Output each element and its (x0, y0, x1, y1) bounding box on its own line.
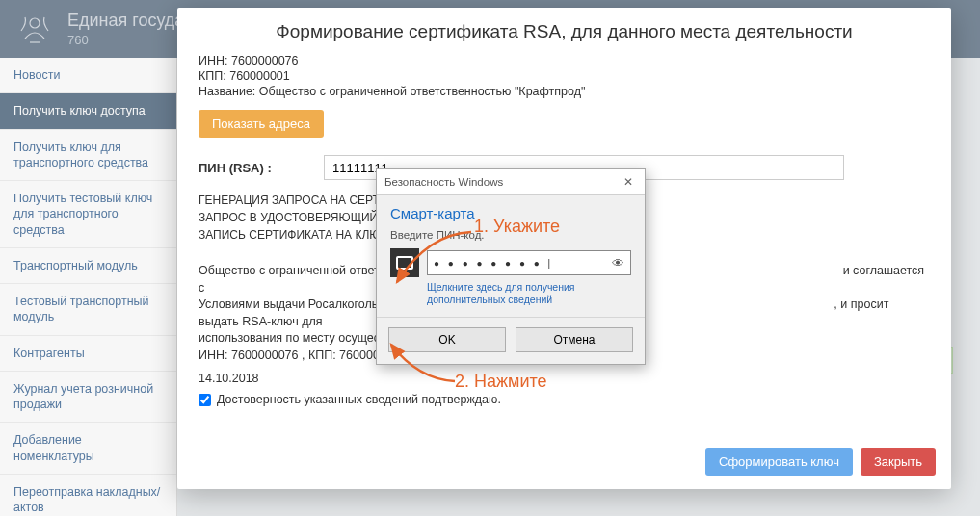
smartcard-icon (390, 248, 419, 277)
reveal-icon[interactable]: 👁 (612, 256, 624, 271)
make-key-button[interactable]: Сформировать ключ (705, 448, 853, 476)
windows-security-dialog: Безопасность Windows ✕ Смарт-карта Введи… (376, 168, 646, 365)
status-write: ЗАПИСЬ СЕРТИФИКАТА НА КЛЮЧ: (199, 228, 391, 242)
confirm-label: Достоверность указанных сведений подтвер… (217, 393, 501, 406)
pin-code-input[interactable]: ● ● ● ● ● ● ● ● | 👁 (427, 250, 631, 275)
close-button[interactable]: Закрыть (861, 448, 936, 476)
date-line: 14.10.2018 (199, 372, 930, 385)
inn-line: ИНН: 7600000076 (199, 54, 930, 67)
pin-label: ПИН (RSA) : (199, 161, 324, 175)
kpp-line: КПП: 760000001 (199, 69, 930, 83)
confirm-checkbox[interactable] (199, 394, 211, 406)
more-info-link[interactable]: Щелкните здесь для получения дополнитель… (427, 281, 581, 305)
win-heading: Смарт-карта (390, 205, 631, 221)
ok-button[interactable]: OK (388, 327, 506, 352)
win-sub: Введите ПИН-код. (390, 229, 631, 241)
cancel-button[interactable]: Отмена (516, 327, 633, 352)
close-icon[interactable]: ✕ (620, 173, 637, 191)
modal-title: Формирование сертификата RSA, для данног… (177, 8, 951, 48)
win-caption: Безопасность Windows (384, 176, 503, 188)
org-line: Название: Общество с ограниченной ответс… (199, 85, 930, 98)
show-addresses-button[interactable]: Показать адреса (199, 110, 324, 138)
